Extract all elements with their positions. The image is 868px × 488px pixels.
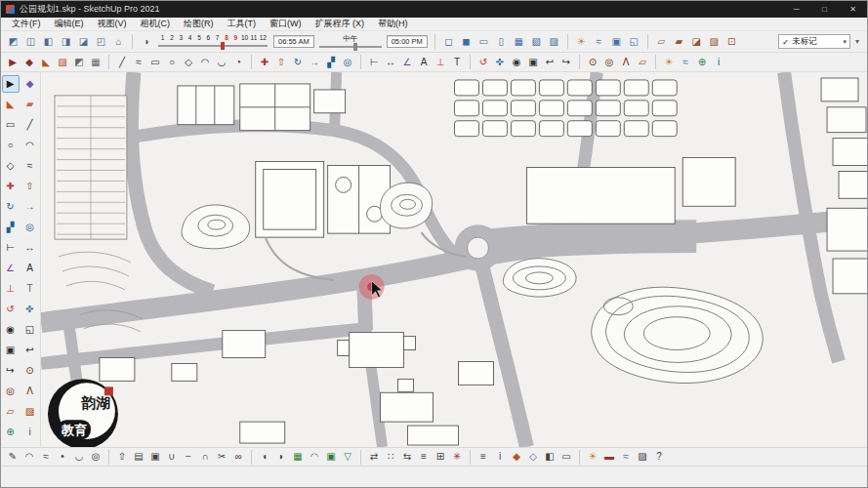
array-ext-icon[interactable]: ∷: [383, 449, 398, 465]
curve-ext-icon[interactable]: ◠: [21, 449, 37, 465]
display-section-planes-icon[interactable]: ▰: [671, 33, 687, 50]
extrude-ext-icon[interactable]: ⇧: [114, 449, 130, 465]
instructor-panel-icon[interactable]: ?: [651, 449, 667, 465]
tape-measure-icon[interactable]: ⊢: [366, 55, 382, 70]
threed-text-tool-icon[interactable]: T: [21, 280, 39, 298]
view-front-icon[interactable]: ◧: [40, 33, 57, 50]
view-back-icon[interactable]: ◪: [75, 33, 92, 50]
zoom-extents-icon[interactable]: ▣: [2, 342, 20, 359]
position-camera-icon[interactable]: ⊙: [585, 55, 600, 70]
line-tool-icon[interactable]: ╱: [114, 55, 130, 70]
scale-tool-icon[interactable]: ▞: [2, 219, 20, 236]
weld-ext-icon[interactable]: ∞: [230, 449, 246, 465]
menu-item[interactable]: 视图(V): [91, 18, 134, 30]
push-pull-tool-icon[interactable]: ⇧: [21, 178, 39, 195]
offset-tool-icon[interactable]: ◎: [21, 219, 39, 236]
soften-ext-icon[interactable]: ◖: [257, 449, 272, 465]
loft-ext-icon[interactable]: ▤: [131, 449, 146, 465]
shadow-settings-icon[interactable]: ◑: [138, 33, 154, 50]
circle-tool-icon[interactable]: ○: [164, 55, 180, 70]
view-iso-icon[interactable]: ◩: [5, 33, 21, 50]
rotate-tool-icon[interactable]: ↻: [290, 55, 306, 70]
point-ext-icon[interactable]: •: [55, 449, 70, 465]
paint-bucket-icon[interactable]: ◣: [2, 96, 20, 113]
walk-tool-icon[interactable]: Λ: [21, 383, 39, 400]
model-info-icon[interactable]: i: [711, 55, 726, 70]
view-top-icon[interactable]: ◫: [22, 33, 39, 50]
offset-tool-icon[interactable]: ◎: [340, 55, 355, 70]
circle-tool-icon[interactable]: ○: [2, 137, 20, 154]
spline-ext-icon[interactable]: ≈: [38, 449, 54, 465]
section-fill-icon[interactable]: ▨: [706, 33, 723, 50]
pan-tool-icon[interactable]: ✜: [21, 301, 39, 318]
arc-tool-icon[interactable]: ◠: [197, 55, 213, 70]
two-point-arc-tool-icon[interactable]: ◡: [214, 55, 229, 70]
tag-selector[interactable]: ✓ 未标记 ▾: [778, 34, 850, 49]
zoom-tool-icon[interactable]: ◉: [2, 321, 20, 339]
scale-tool-icon[interactable]: ▞: [323, 55, 339, 70]
outliner-panel-icon[interactable]: ≡: [475, 449, 491, 465]
menu-item[interactable]: 工具(T): [221, 18, 264, 30]
zoom-window-icon[interactable]: ◱: [21, 321, 39, 339]
move-tool-icon[interactable]: ✚: [257, 55, 272, 70]
menu-item[interactable]: 编辑(E): [48, 18, 91, 30]
align-view-icon[interactable]: ⊡: [723, 33, 740, 50]
polygon-tool-icon[interactable]: ◇: [2, 157, 20, 175]
menu-item[interactable]: 帮助(H): [371, 18, 415, 30]
section-plane-icon[interactable]: ▱: [2, 403, 20, 421]
menu-item[interactable]: 窗口(W): [263, 18, 309, 30]
display-section-cuts-icon[interactable]: ◪: [688, 33, 705, 50]
model-canvas[interactable]: 韵湖 教育: [41, 72, 867, 447]
previous-view-icon[interactable]: ↩: [21, 342, 39, 359]
rectangle-tool-icon[interactable]: ▭: [2, 116, 20, 134]
trim-ext-icon[interactable]: ✂: [214, 449, 229, 465]
pan-tool-icon[interactable]: ✜: [492, 55, 508, 70]
look-around-icon[interactable]: ◎: [601, 55, 617, 70]
dimension-icon[interactable]: ↔: [383, 55, 398, 70]
sandbox-contours-icon[interactable]: ▦: [290, 449, 306, 465]
polygon-tool-icon[interactable]: ◇: [181, 55, 196, 70]
menu-item[interactable]: 文件(F): [5, 18, 48, 30]
sandbox-drape-icon[interactable]: ▽: [340, 449, 355, 465]
select-tool-icon[interactable]: ▶: [5, 55, 21, 70]
mirror-ext-icon[interactable]: ⇆: [399, 449, 415, 465]
shadows-toggle-icon[interactable]: ☀: [573, 33, 590, 50]
threed-text-icon[interactable]: T: [449, 55, 465, 70]
maximize-button[interactable]: □: [810, 1, 839, 18]
fog-toggle-icon[interactable]: ≈: [591, 33, 607, 50]
freehand-tool-icon[interactable]: ≈: [131, 55, 146, 70]
union-ext-icon[interactable]: ∪: [164, 449, 180, 465]
shaded-style-icon[interactable]: ▦: [511, 33, 527, 50]
section-fill-icon[interactable]: ▨: [21, 403, 39, 421]
fog-panel-icon[interactable]: ≈: [618, 449, 634, 465]
zoom-extents-icon[interactable]: ▣: [525, 55, 541, 70]
time-slider-track[interactable]: [319, 44, 382, 50]
zoom-tool-icon[interactable]: ◉: [509, 55, 524, 70]
align-ext-icon[interactable]: ≡: [416, 449, 432, 465]
view-right-icon[interactable]: ◨: [58, 33, 74, 50]
section-plane-tool-icon[interactable]: ▱: [635, 55, 650, 70]
shell-ext-icon[interactable]: ▣: [147, 449, 163, 465]
style-tool-icon[interactable]: ◩: [71, 55, 87, 70]
tape-measure-icon[interactable]: ⊢: [2, 239, 20, 257]
axes-tool-icon[interactable]: ⊥: [2, 280, 20, 298]
dimension-tool-icon[interactable]: ↔: [21, 239, 39, 257]
shadows-panel-icon[interactable]: ☀: [585, 449, 600, 465]
select-tool-icon[interactable]: ▶: [2, 75, 20, 93]
menu-item[interactable]: 相机(C): [134, 18, 178, 30]
protractor-icon[interactable]: ∠: [399, 55, 415, 70]
wireframe-style-icon[interactable]: ▭: [475, 33, 492, 50]
components-panel-icon[interactable]: ◇: [525, 449, 541, 465]
push-pull-tool-icon[interactable]: ⇧: [273, 55, 289, 70]
scenes-panel-icon[interactable]: ▭: [558, 449, 574, 465]
look-around-icon[interactable]: ◎: [2, 383, 20, 400]
material-tool-icon[interactable]: ▨: [55, 55, 70, 70]
minimize-button[interactable]: ─: [782, 1, 810, 18]
next-view-icon[interactable]: ↪: [558, 55, 574, 70]
intersect-ext-icon[interactable]: ∩: [197, 449, 213, 465]
section-plane-icon[interactable]: ▱: [653, 33, 670, 50]
arc3d-ext-icon[interactable]: ◡: [71, 449, 87, 465]
walk-tool-icon[interactable]: Λ: [618, 55, 634, 70]
arc-tool-icon[interactable]: ◠: [21, 137, 39, 154]
texture-tool-icon[interactable]: ▦: [88, 55, 103, 70]
